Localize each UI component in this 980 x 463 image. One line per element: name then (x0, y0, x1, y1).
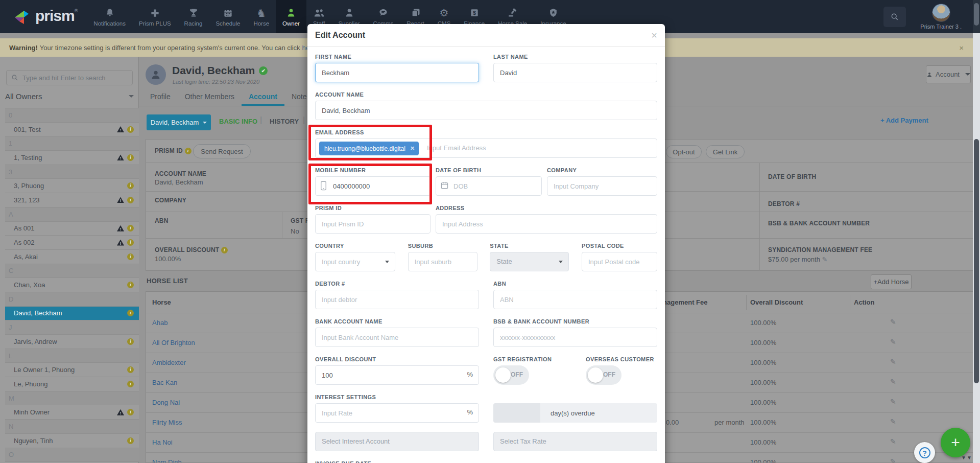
modal-close-icon[interactable]: × (651, 30, 657, 40)
horse-name-link[interactable]: Ahab (152, 319, 168, 327)
info-icon[interactable]: i (127, 282, 134, 288)
warning-icon: ! (117, 154, 124, 160)
horse-name-link[interactable]: Bac Kan (152, 379, 177, 386)
banner-close-icon[interactable]: × (959, 43, 964, 52)
info-icon[interactable]: i (127, 381, 134, 387)
prism-logo[interactable]: prism ® (13, 7, 78, 27)
address-input[interactable] (436, 214, 657, 234)
tab-account[interactable]: Account (242, 90, 284, 106)
get-link-button[interactable]: Get Link (706, 145, 745, 158)
horse-name-link[interactable]: Flirty Miss (152, 419, 182, 426)
horse-name-link[interactable]: Nam Dinh (152, 458, 182, 463)
gst-toggle[interactable]: OFF (493, 365, 529, 385)
owner-list-item[interactable]: Nguyen, Tinhi (5, 434, 139, 448)
owner-search-input[interactable]: Type and hit Enter to search (6, 70, 133, 85)
owner-list-item[interactable]: Le, Phuongi (5, 377, 139, 391)
overseas-toggle[interactable]: OFF (586, 365, 622, 385)
days-overdue-input[interactable] (493, 403, 540, 423)
bsb-input[interactable] (493, 328, 657, 347)
interest-account-select[interactable]: Select Interest Account (315, 432, 479, 451)
info-icon[interactable]: i (127, 310, 134, 316)
tax-rate-select[interactable]: Select Tax Rate (493, 432, 657, 451)
edit-pencil-icon[interactable]: ✎ (890, 418, 896, 426)
account-name-input[interactable] (315, 101, 657, 120)
state-select[interactable]: State (490, 252, 569, 271)
info-icon[interactable]: i (127, 239, 134, 246)
add-fab-button[interactable]: + (941, 428, 970, 457)
edit-pencil-icon[interactable]: ✎ (822, 256, 828, 263)
global-search-button[interactable] (883, 7, 906, 27)
owner-list-item[interactable]: 3, Phuongi (5, 179, 139, 193)
country-select[interactable] (315, 252, 395, 271)
horse-name-link[interactable]: Ha Noi (152, 438, 173, 446)
info-icon[interactable]: i (127, 409, 134, 415)
opt-out-button[interactable]: Opt-out (666, 145, 702, 158)
tab-profile[interactable]: Profile (143, 90, 178, 106)
user-menu[interactable]: Prism Trainer 3 . (920, 4, 962, 30)
nav-item-owner[interactable]: Owner (276, 0, 306, 33)
info-icon[interactable]: i (127, 338, 134, 345)
edit-pencil-icon[interactable]: ✎ (890, 457, 896, 463)
postal-input[interactable] (582, 252, 657, 271)
info-icon[interactable]: i (127, 253, 134, 260)
scrollbar-thumb[interactable] (974, 139, 979, 383)
add-payment-link[interactable]: + Add Payment (880, 117, 928, 124)
interest-rate-input[interactable] (315, 403, 479, 423)
owner-list-item[interactable]: As 002!i (5, 236, 139, 250)
owners-filter-dropdown[interactable]: All Owners (5, 89, 134, 103)
owner-list-item[interactable]: Jarvis, Andrewi (5, 335, 139, 349)
info-icon[interactable]: i (127, 197, 134, 203)
horse-name-link[interactable]: All Of Brighton (152, 339, 195, 346)
abn-input[interactable] (493, 290, 657, 309)
nav-item-notifications[interactable]: Notifications (87, 0, 132, 33)
last-name-input[interactable] (493, 63, 657, 82)
edit-pencil-icon[interactable]: ✎ (890, 437, 896, 446)
owner-list-item[interactable]: As 001!i (5, 222, 139, 236)
info-icon[interactable]: i (127, 126, 134, 133)
first-name-input[interactable] (315, 63, 479, 82)
edit-pencil-icon[interactable]: ✎ (890, 318, 896, 326)
edit-pencil-icon[interactable]: ✎ (890, 398, 896, 406)
info-icon[interactable]: i (127, 437, 134, 444)
owner-list-item[interactable]: Chan, Xoai (5, 278, 139, 292)
owner-selector-button[interactable]: David, Beckham (147, 114, 211, 130)
add-horse-button[interactable]: +Add Horse (871, 274, 912, 289)
info-icon[interactable]: i (127, 366, 134, 373)
info-icon[interactable]: i (127, 154, 134, 161)
page-scrollbar[interactable] (973, 0, 980, 463)
country-input[interactable] (315, 252, 395, 271)
owner-list-item[interactable]: 321, 123!i (5, 193, 139, 207)
nav-item-schedule[interactable]: Schedule (209, 0, 247, 33)
company-input[interactable] (547, 176, 657, 196)
horse-name-link[interactable]: Ambidexter (152, 359, 186, 366)
subtab-history[interactable]: HISTORY (270, 118, 299, 125)
send-request-button[interactable]: Send Request (193, 144, 251, 158)
overall-discount-input[interactable] (315, 365, 479, 385)
help-button[interactable]: ? (914, 442, 935, 463)
scrollbar-thumb-top[interactable] (974, 3, 979, 26)
edit-pencil-icon[interactable]: ✎ (890, 358, 896, 366)
prism-id-input[interactable] (315, 214, 431, 234)
debtor-input[interactable] (315, 290, 479, 309)
subtab-basic-info[interactable]: BASIC INFO (219, 118, 257, 125)
account-dropdown-button[interactable]: Account (926, 65, 971, 83)
suburb-input[interactable] (408, 252, 477, 271)
info-icon[interactable]: i (127, 182, 134, 189)
nav-item-racing[interactable]: Racing (178, 0, 209, 33)
nav-item-horse[interactable]: ♞Horse (247, 0, 276, 33)
dob-input[interactable] (436, 176, 542, 196)
owner-list-item[interactable]: Minh Owner!i (5, 405, 139, 420)
owner-list-item[interactable]: As, Akaii (5, 250, 139, 264)
tab-other-members[interactable]: Other Members (178, 90, 242, 106)
info-icon[interactable]: i (127, 225, 134, 231)
edit-pencil-icon[interactable]: ✎ (890, 378, 896, 386)
horse-name-link[interactable]: Dong Nai (152, 399, 180, 406)
owner-list-item[interactable]: David, Beckhami (5, 307, 139, 321)
nav-item-prism-plus[interactable]: Prism PLUS (132, 0, 178, 33)
owner-list-item[interactable]: 001, Test!i (5, 123, 139, 137)
edit-pencil-icon[interactable]: ✎ (890, 338, 896, 346)
owner-list-item[interactable]: Le Owner 1, Phuongi (5, 363, 139, 377)
bank-name-input[interactable] (315, 328, 479, 347)
owner-list-item[interactable]: 1, Testing!i (5, 151, 139, 165)
gst-value: No (291, 227, 299, 235)
